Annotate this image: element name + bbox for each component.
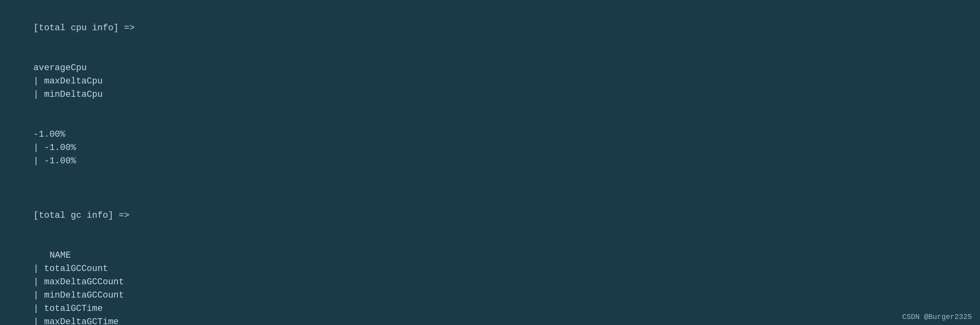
watermark: CSDN @Burger2325	[902, 313, 972, 321]
gc-col-maxDeltaGCTime: | maxDeltaGCTime	[34, 315, 130, 325]
gc-col-totalGCTime: | totalGCTime	[34, 302, 122, 315]
gc-columns-line: NAME | totalGCCount | maxDeltaGCCount | …	[12, 235, 968, 325]
gc-header-line: [total gc info] =>	[12, 196, 968, 235]
cpu-header-line: [total cpu info] =>	[12, 8, 968, 48]
gc-col-totalGCCount: | totalGCCount	[34, 262, 130, 275]
cpu-columns-line: averageCpu | maxDeltaCpu | minDeltaCpu	[12, 48, 968, 115]
cpu-val2: | -1.00%	[34, 141, 147, 154]
watermark-text: CSDN @Burger2325	[902, 313, 972, 321]
cpu-col2: | maxDeltaCpu	[34, 75, 147, 88]
cpu-header-text: [total cpu info] =>	[34, 23, 135, 33]
cpu-val3: | -1.00%	[34, 156, 76, 166]
gc-col-maxDeltaGCCount: | maxDeltaGCCount	[34, 275, 147, 289]
terminal-output: [total cpu info] => averageCpu | maxDelt…	[0, 0, 980, 325]
cpu-values-line: -1.00% | -1.00% | -1.00%	[12, 115, 968, 181]
gc-header-text: [total gc info] =>	[34, 210, 130, 221]
cpu-val1: -1.00%	[34, 128, 147, 141]
cpu-col1: averageCpu	[34, 61, 147, 75]
gc-col-minDeltaGCCount: | minDeltaGCCount	[34, 289, 147, 302]
cpu-col3: | minDeltaCpu	[34, 90, 103, 100]
gc-col-name: NAME	[34, 249, 147, 262]
